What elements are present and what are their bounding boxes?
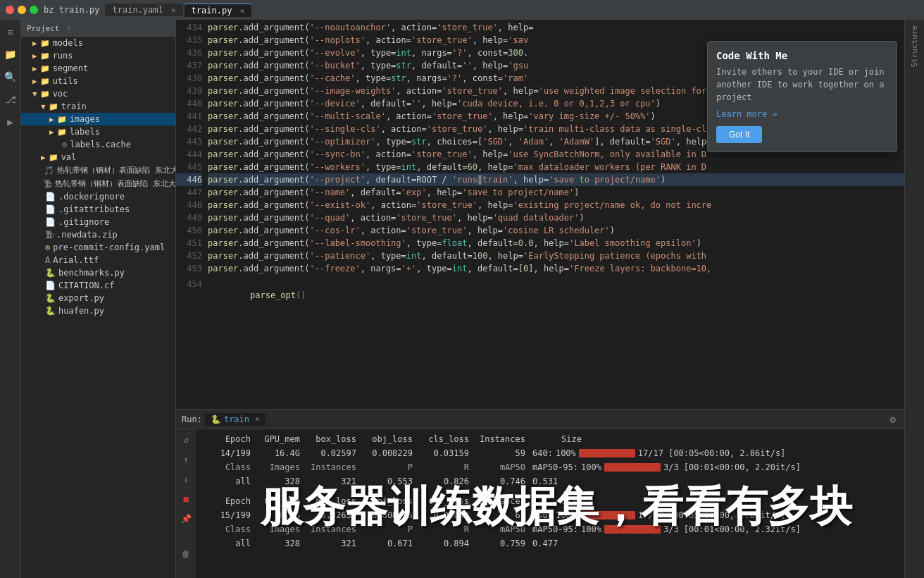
tree-val[interactable]: ▶ 📁 val <box>21 151 175 164</box>
git-icon[interactable]: ⎇ <box>2 91 19 108</box>
boxloss-header-2: box_loss <box>307 494 363 508</box>
gpumem-header-2: GPU_mem <box>258 494 307 508</box>
map50-95-val-1: 0.531 <box>532 474 558 488</box>
maximize-button[interactable] <box>30 6 38 14</box>
tree-segment[interactable]: ▶ 📁 segment <box>21 62 175 75</box>
clsloss-header-2: cls_loss <box>420 494 476 508</box>
tree-labels-cache[interactable]: ⚙ labels.cache <box>21 138 175 151</box>
settings-icon[interactable]: ⚙ <box>887 412 899 426</box>
scroll-up-icon[interactable]: ↑ <box>180 452 191 467</box>
tree-models[interactable]: ▶ 📁 models <box>21 37 175 49</box>
p-header-2: P <box>363 522 420 536</box>
trash-icon[interactable]: 🗑 <box>179 546 193 562</box>
r-header-1: R <box>420 460 476 474</box>
right-sidebar: Structure <box>904 20 924 578</box>
run-tab[interactable]: 🐍 train × <box>205 413 266 426</box>
files-icon[interactable]: 📁 <box>1 46 19 63</box>
window-controls[interactable] <box>6 6 38 14</box>
tree-precommit[interactable]: ⚙ pre-commit-config.yaml <box>21 241 175 254</box>
pin-icon[interactable]: 📌 <box>178 511 194 527</box>
objloss-header-2: obj_loss <box>363 494 420 508</box>
tree-train-folder[interactable]: ▼ 📁 train <box>21 100 175 113</box>
tab-train-py[interactable]: train.py × <box>185 4 252 17</box>
tree-runs[interactable]: ▶ 📁 runs <box>21 49 175 62</box>
tree-voc[interactable]: ▼ 📁 voc <box>21 87 175 100</box>
title-bar: bz train.py train.yaml × train.py × <box>0 0 924 20</box>
code-editor[interactable]: 434435436437438 439440441442443 44444544… <box>176 20 904 409</box>
tree-labels[interactable]: ▶ 📁 labels <box>21 125 175 138</box>
rerun-icon[interactable]: ↺ <box>180 432 191 448</box>
project-header: Project ▾ <box>21 20 175 37</box>
objloss-val-2: 0.008685 <box>363 508 420 522</box>
size-header-2: Size <box>532 494 589 508</box>
minimize-button[interactable] <box>18 6 26 14</box>
epoch-header-2: Epoch <box>201 494 258 508</box>
p-val-1: 0.553 <box>363 474 420 488</box>
images-header-2: Images <box>258 522 307 536</box>
progress-pct-1: 100% <box>556 446 576 460</box>
stop-icon[interactable]: ■ <box>180 491 191 507</box>
tree-export[interactable]: 🐍 export.py <box>21 292 175 305</box>
tab-train-yaml[interactable]: train.yaml × <box>105 4 182 16</box>
instances-header-sub-1: Instances <box>307 460 363 474</box>
structure-label[interactable]: Structure <box>910 25 919 68</box>
class-header-2: Class <box>201 522 258 536</box>
tree-dockerignore[interactable]: 📄 .dockerignore <box>21 190 175 203</box>
bottom-panel-controls: ⚙ <box>887 412 899 426</box>
debug-icon[interactable]: ▶ <box>4 113 15 130</box>
tree-benchmarks[interactable]: 🐍 benchmarks.py <box>21 266 175 279</box>
bottom-panel-header: Run: 🐍 train × ⚙ <box>176 410 904 429</box>
tree-utils[interactable]: ▶ 📁 utils <box>21 75 175 87</box>
main-layout: ≡ 📁 🔍 ⎇ ▶ Project ▾ ▶ 📁 models ▶ 📁 runs … <box>0 20 924 578</box>
map50-val-2: 0.759 <box>476 536 532 551</box>
tree-citation[interactable]: 📄 CITATION.cf <box>21 279 175 292</box>
instances-val-all-1: 321 <box>307 474 363 488</box>
gpumem-val-2: 16.4G <box>258 508 307 522</box>
class-header-1: Class <box>201 460 258 474</box>
search-icon[interactable]: 🔍 <box>1 68 19 85</box>
got-it-button[interactable]: Got It <box>716 126 762 143</box>
boxloss-val-1: 0.02597 <box>307 446 363 460</box>
all-label-1: all <box>201 474 258 488</box>
extra-sub-1: 3/3 [00:01<00:00, 2.20it/s] <box>663 460 801 474</box>
extra-1: 17/17 [00:05<00:00, 2.86it/s] <box>638 446 786 460</box>
progress-pct-sub-2: 100% <box>581 522 601 536</box>
tree-file-ra[interactable]: 🎵 热轧带钢（钢材）表面缺陷 东北大学.ra <box>21 164 175 177</box>
run-tab-label: train <box>224 414 249 424</box>
instances-val-2: 61 <box>476 508 532 522</box>
instances-header-1: Instances <box>476 432 532 446</box>
map50-95-header-1: mAP50-95: <box>532 460 578 474</box>
progress-pct-2: 100% <box>556 508 576 522</box>
close-button[interactable] <box>6 6 14 14</box>
scroll-down-icon[interactable]: ↓ <box>180 472 191 487</box>
tree-gitattributes[interactable]: 📄 .gitattributes <box>21 203 175 216</box>
tree-huafen[interactable]: 🐍 huafen.py <box>21 305 175 317</box>
tree-arial[interactable]: A Arial.ttf <box>21 254 175 266</box>
term-subheader-1: Class Images Instances P R mAP50 mAP50-9… <box>201 460 899 474</box>
structure-icon[interactable]: ≡ <box>4 23 15 40</box>
code-with-me-popup: Code With Me Invite others to your IDE o… <box>707 41 897 152</box>
progress-bar-sub-2 <box>604 525 661 534</box>
bottom-panel: Run: 🐍 train × ⚙ ↺ ↑ ↓ ■ 📌 � <box>176 409 904 578</box>
epoch-val-1: 14/199 <box>201 446 258 460</box>
term-all-1: all 328 321 0.553 0.826 0.746 0.531 <box>201 474 899 488</box>
left-sidebar-icons: ≡ 📁 🔍 ⎇ ▶ <box>0 20 21 578</box>
project-tree: ▶ 📁 models ▶ 📁 runs ▶ 📁 segment ▶ 📁 util… <box>21 37 175 578</box>
gpumem-val-1: 16.4G <box>258 446 307 460</box>
popup-learn-more-link[interactable]: Learn more » <box>716 109 888 119</box>
tree-images[interactable]: ▶ 📁 images <box>21 113 175 125</box>
tree-file-zip[interactable]: 🗜 热轧带钢（钢材）表面缺陷 东北大学.zip <box>21 177 175 190</box>
tree-newdata[interactable]: 🗜 .newdata.zip <box>21 228 175 241</box>
boxloss-val-2: 0.02635 <box>307 508 363 522</box>
progress-pct-sub-1: 100% <box>581 460 601 474</box>
epoch-header-1: Epoch <box>201 432 258 446</box>
r-header-2: R <box>420 522 476 536</box>
map50-95-val-2: 0.477 <box>532 536 558 551</box>
tree-gitignore[interactable]: 📄 .gitignore <box>21 216 175 228</box>
progress-bar-sub-1 <box>604 463 661 472</box>
extra-2: 17/17 [00:05<00:00, 2.84it/s] <box>638 508 786 522</box>
app-title: bz train.py <box>44 5 99 15</box>
epoch-val-2: 15/199 <box>201 508 258 522</box>
tab-bar: train.yaml × train.py × <box>105 4 251 17</box>
instances-header-2: Instances <box>476 494 532 508</box>
